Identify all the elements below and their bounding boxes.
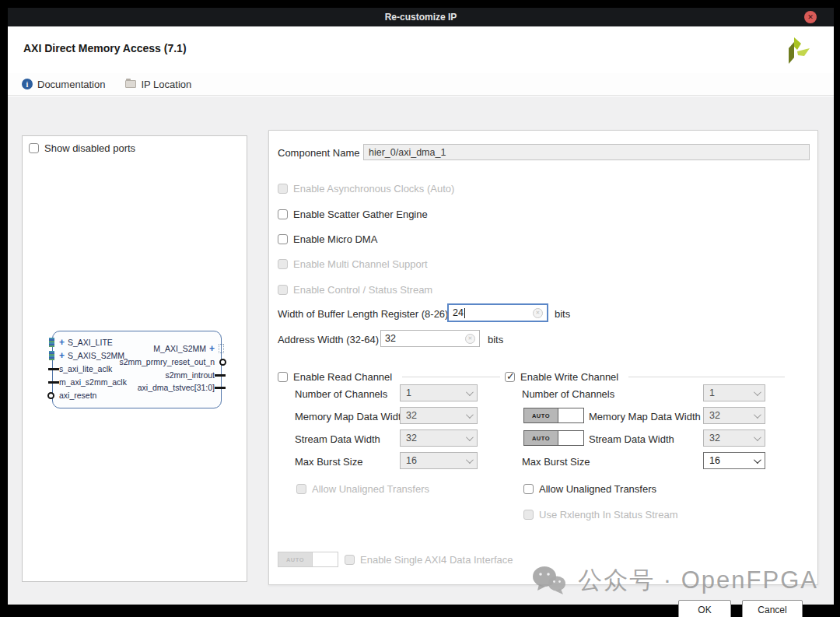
address-width-input[interactable]: 32 ✕ (380, 330, 480, 347)
address-width-label: Address Width (32-64) (278, 334, 379, 345)
bus-connector-icon (49, 338, 54, 347)
read-stream-width-label: Stream Data Width (295, 433, 380, 445)
ip-location-button[interactable]: IP Location (125, 79, 191, 90)
chevron-down-icon (754, 388, 761, 396)
expand-plus-icon[interactable]: + (59, 338, 65, 347)
auto-toggle-thumb[interactable]: AUTO (524, 431, 558, 445)
ip-location-label: IP Location (141, 79, 191, 90)
chevron-down-icon (754, 411, 761, 419)
pin-stub (215, 374, 226, 377)
use-rxlength-checkbox: Use Rxlength In Status Stream (523, 509, 677, 521)
group-divider (402, 377, 500, 377)
pin-stub (215, 387, 226, 389)
read-num-channels-dropdown: 1 (400, 384, 478, 401)
component-name-input[interactable]: hier_0/axi_dma_1 (363, 144, 810, 160)
checkbox-icon[interactable] (278, 372, 288, 382)
documentation-button[interactable]: i Documentation (22, 79, 105, 90)
toolbar: i Documentation IP Location (8, 73, 834, 96)
port-label: m_axi_s2mm_aclk (59, 377, 127, 387)
width-buffer-label: Width of Buffer Length Register (8-26) (278, 308, 448, 320)
read-stream-width-dropdown: 32 (400, 429, 478, 447)
write-num-channels-dropdown: 1 (703, 384, 765, 401)
xilinx-logo-icon (784, 34, 812, 68)
bus-connector-icon (219, 344, 224, 353)
checkbox-icon[interactable] (278, 209, 288, 219)
interface-s-axi-lite[interactable]: + S_AXI_LITE (59, 338, 113, 347)
interface-s-axis-s2mm[interactable]: + S_AXIS_S2MM (59, 351, 124, 360)
write-mm-width-dropdown: 32 (703, 407, 765, 424)
address-width-units: bits (488, 334, 503, 345)
enable-multi-channel-checkbox: Enable Multi Channel Support (278, 258, 428, 270)
block-diagram-panel: Show disabled ports + S_AXI_LITE + S_AXI… (22, 135, 247, 582)
chevron-down-icon (466, 456, 474, 464)
pin-stub (48, 381, 59, 384)
width-buffer-input[interactable]: 24 ✕ (447, 303, 548, 322)
content-area: Show disabled ports + S_AXI_LITE + S_AXI… (8, 96, 834, 605)
clear-icon[interactable]: ✕ (533, 308, 543, 318)
port-label: s2mm_introut (165, 370, 215, 380)
write-mm-width-label: Memory Map Data Width (589, 411, 701, 422)
dialog-window: AXI Direct Memory Access (7.1) i Documen… (8, 26, 834, 605)
write-max-burst-dropdown[interactable]: 16 (703, 452, 765, 469)
show-disabled-ports-label: Show disabled ports (44, 142, 135, 154)
ok-button[interactable]: OK (678, 600, 731, 617)
documentation-label: Documentation (37, 79, 105, 90)
expand-plus-icon[interactable]: + (59, 351, 65, 360)
port-axi-dma-tstvec: axi_dma_tstvec[31:0] (138, 383, 215, 392)
read-mm-width-dropdown: 32 (400, 407, 478, 424)
checkbox-icon (278, 259, 288, 269)
write-stream-width-auto-toggle[interactable]: AUTO (523, 430, 584, 446)
title-bar[interactable]: Re-customize IP ✕ (8, 8, 834, 26)
chevron-down-icon (466, 388, 474, 396)
component-name-label: Component Name (278, 147, 360, 159)
enable-control-status-checkbox: Enable Control / Status Stream (278, 284, 432, 296)
checkbox-icon[interactable] (29, 143, 39, 153)
enable-async-clocks-checkbox: Enable Asynchronous Clocks (Auto) (278, 183, 454, 195)
group-divider (628, 377, 785, 377)
auto-toggle-thumb: AUTO (278, 552, 313, 566)
close-icon[interactable]: ✕ (804, 11, 817, 23)
show-disabled-ports-checkbox[interactable]: Show disabled ports (29, 142, 135, 154)
clear-icon[interactable]: ✕ (465, 334, 475, 344)
configuration-panel: Component Name hier_0/axi_dma_1 Enable A… (268, 130, 818, 585)
port-label: axi_dma_tstvec[31:0] (138, 383, 215, 392)
interface-m-axi-s2mm[interactable]: M_AXI_S2MM + (153, 344, 215, 353)
port-label: M_AXI_S2MM (153, 344, 206, 353)
write-stream-width-dropdown: 32 (703, 429, 765, 447)
checkbox-icon[interactable] (505, 372, 515, 382)
address-width-value: 32 (385, 333, 396, 344)
checkbox-icon (523, 510, 534, 520)
enable-write-channel-checkbox[interactable]: Enable Write Channel (505, 371, 785, 383)
port-s-axi-lite-aclk: s_axi_lite_aclk (59, 364, 112, 373)
checkbox-icon[interactable] (278, 234, 288, 244)
port-axi-resetn: axi_resetn (59, 391, 96, 400)
checkbox-icon[interactable] (523, 484, 534, 494)
read-max-burst-label: Max Burst Size (295, 456, 362, 468)
port-s2mm-prmry-reset-out-n: s2mm_prmry_reset_out_n (119, 357, 215, 366)
checkbox-icon (278, 285, 288, 295)
enable-scatter-gather-checkbox[interactable]: Enable Scatter Gather Engine (278, 209, 428, 220)
cancel-button[interactable]: Cancel (742, 600, 803, 617)
enable-read-channel-checkbox[interactable]: Enable Read Channel (278, 371, 500, 383)
write-stream-width-label: Stream Data Width (589, 433, 674, 445)
port-label: s2mm_prmry_reset_out_n (119, 357, 215, 366)
read-allow-unaligned-checkbox: Allow Unaligned Transfers (296, 483, 429, 495)
text-caret (464, 308, 465, 318)
port-label: s_axi_lite_aclk (59, 364, 112, 373)
width-buffer-value: 24 (453, 307, 464, 318)
ip-block-diagram[interactable]: + S_AXI_LITE + S_AXIS_S2MM s_axi_lite_ac… (52, 331, 222, 408)
write-mm-width-auto-toggle[interactable]: AUTO (523, 408, 584, 423)
inverted-pin-icon (47, 392, 54, 399)
enable-micro-dma-checkbox[interactable]: Enable Micro DMA (278, 233, 377, 245)
write-num-channels-label: Number of Channels (522, 388, 614, 400)
expand-plus-icon[interactable]: + (209, 344, 215, 353)
inverted-pin-icon (219, 359, 226, 366)
auto-toggle-thumb[interactable]: AUTO (524, 408, 558, 422)
page-title: AXI Direct Memory Access (7.1) (23, 42, 187, 54)
folder-icon (125, 80, 136, 88)
write-allow-unaligned-checkbox[interactable]: Allow Unaligned Transfers (523, 483, 656, 495)
width-buffer-units: bits (555, 308, 570, 320)
read-max-burst-dropdown: 16 (400, 452, 478, 469)
checkbox-icon (296, 484, 306, 494)
write-max-burst-label: Max Burst Size (522, 456, 590, 468)
